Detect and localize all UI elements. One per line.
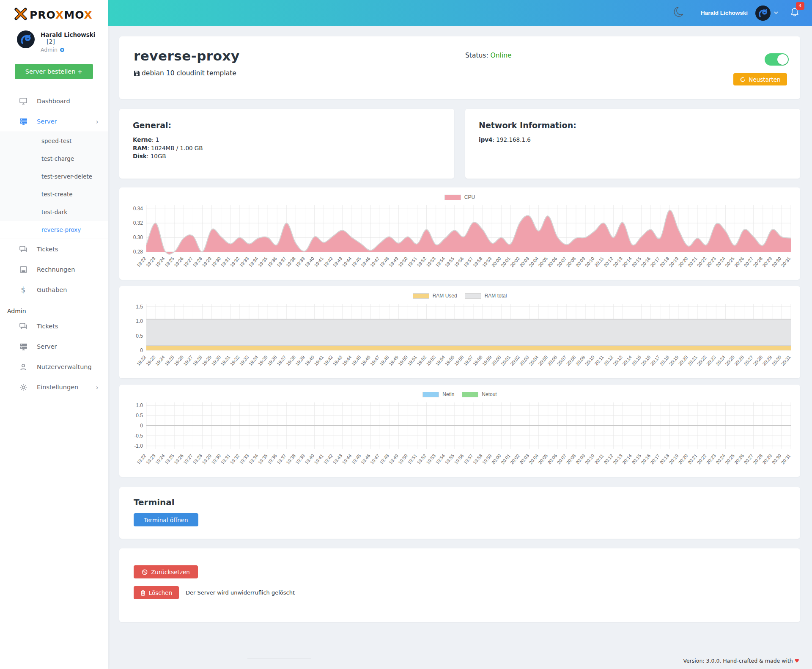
svg-text:20:02: 20:02 bbox=[509, 355, 521, 367]
svg-text:20:27: 20:27 bbox=[743, 256, 754, 268]
sidebar-item-guthaben[interactable]: $ Guthaben bbox=[0, 280, 108, 300]
svg-text:19:32: 19:32 bbox=[229, 355, 241, 367]
proxmox-logo[interactable]: PROXMOX bbox=[0, 0, 108, 21]
general-ram-row: RAM: 1024MB / 1.00 GB bbox=[133, 144, 441, 153]
svg-text:19:36: 19:36 bbox=[266, 355, 278, 367]
sidebar-item-nutzerverwaltung[interactable]: Nutzerverwaltung bbox=[0, 357, 108, 377]
ram-chart-card: RAM UsedRAM total 1.51.00.5019:2219:2319… bbox=[119, 286, 800, 378]
sidebar-subitem-test-charge[interactable]: test-charge bbox=[0, 150, 108, 168]
svg-text:0: 0 bbox=[140, 423, 143, 429]
topbar-user-name: Harald Lichowski bbox=[701, 10, 748, 16]
legend-item-cpu[interactable]: CPU bbox=[444, 194, 475, 200]
svg-text:20:13: 20:13 bbox=[612, 355, 623, 367]
svg-text:20:25: 20:25 bbox=[724, 453, 735, 465]
svg-text:19:45: 19:45 bbox=[351, 453, 362, 465]
svg-text:19:41: 19:41 bbox=[313, 355, 324, 367]
svg-text:20:16: 20:16 bbox=[640, 355, 651, 367]
topbar-user-menu[interactable] bbox=[755, 6, 778, 21]
sidebar-item-server[interactable]: Server › bbox=[0, 111, 108, 132]
svg-text:20:22: 20:22 bbox=[696, 453, 708, 465]
svg-text:20:01: 20:01 bbox=[500, 355, 511, 367]
svg-text:20:05: 20:05 bbox=[537, 355, 549, 367]
server-template-line: debian 10 cloudinit template bbox=[134, 69, 786, 77]
svg-text:19:23: 19:23 bbox=[145, 453, 156, 465]
svg-text:19:49: 19:49 bbox=[388, 453, 399, 465]
svg-text:19:33: 19:33 bbox=[239, 355, 250, 367]
svg-text:19:33: 19:33 bbox=[239, 256, 250, 268]
svg-text:20:22: 20:22 bbox=[696, 256, 708, 268]
tickets-icon bbox=[19, 245, 27, 253]
sidebar-item-admin-tickets[interactable]: Tickets bbox=[0, 316, 108, 336]
order-server-button[interactable]: Server bestellen + bbox=[15, 64, 93, 79]
sidebar-item-label: Tickets bbox=[37, 246, 58, 253]
dark-mode-moon-icon[interactable] bbox=[674, 6, 685, 20]
svg-text:20:18: 20:18 bbox=[659, 355, 670, 367]
svg-text:19:28: 19:28 bbox=[192, 355, 203, 367]
reset-button[interactable]: Zurücksetzen bbox=[134, 565, 198, 578]
svg-text:20:20: 20:20 bbox=[678, 355, 689, 367]
sidebar-subitem-test-create[interactable]: test-create bbox=[0, 185, 108, 203]
delete-button[interactable]: Löschen bbox=[134, 586, 179, 599]
legend-label: RAM total bbox=[485, 293, 507, 299]
legend-item-netout[interactable]: Netout bbox=[462, 391, 497, 397]
sidebar-nav: Dashboard Server › speed-test test-charg… bbox=[0, 91, 108, 397]
svg-text:19:46: 19:46 bbox=[360, 256, 371, 268]
sidebar-item-admin-server[interactable]: Server bbox=[0, 336, 108, 357]
legend-item-ram-total[interactable]: RAM total bbox=[465, 293, 507, 299]
svg-text:19:24: 19:24 bbox=[154, 453, 166, 465]
notifications-bell[interactable]: 4 bbox=[790, 7, 799, 19]
legend-item-ram-used[interactable]: RAM Used bbox=[413, 293, 457, 299]
legend-label: Netin bbox=[442, 391, 454, 397]
svg-text:20:09: 20:09 bbox=[575, 355, 586, 367]
sidebar-subitem-test-dark[interactable]: test-dark bbox=[0, 203, 108, 221]
svg-text:-1.0: -1.0 bbox=[134, 443, 143, 449]
legend-item-netin[interactable]: Netin bbox=[422, 391, 454, 397]
svg-text:20:23: 20:23 bbox=[705, 256, 717, 268]
sidebar-subitem-test-server-delete[interactable]: test-server-delete bbox=[0, 168, 108, 185]
sidebar-item-einstellungen[interactable]: Einstellungen › bbox=[0, 377, 108, 397]
svg-text:19:51: 19:51 bbox=[406, 256, 418, 268]
svg-text:20:03: 20:03 bbox=[518, 355, 530, 367]
open-terminal-button[interactable]: Terminal öffnen bbox=[134, 513, 198, 526]
network-info-card: Network Information: ipv4: 192.168.1.6 bbox=[465, 109, 800, 179]
server-icon bbox=[19, 343, 27, 350]
svg-text:19:26: 19:26 bbox=[173, 453, 184, 465]
svg-text:20:06: 20:06 bbox=[546, 355, 558, 367]
sidebar-subitem-speed-test[interactable]: speed-test bbox=[0, 132, 108, 150]
svg-text:20:07: 20:07 bbox=[556, 256, 568, 268]
general-disk-row: Disk: 10GB bbox=[133, 152, 441, 161]
svg-text:20:01: 20:01 bbox=[500, 256, 511, 268]
restart-icon bbox=[740, 77, 746, 83]
sidebar-subitem-reverse-proxy[interactable]: reverse-proxy bbox=[0, 221, 108, 239]
svg-text:19:30: 19:30 bbox=[210, 453, 222, 465]
svg-text:19:46: 19:46 bbox=[360, 355, 371, 367]
sidebar-item-dashboard[interactable]: Dashboard bbox=[0, 91, 108, 111]
svg-text:19:29: 19:29 bbox=[201, 355, 212, 367]
svg-text:20:17: 20:17 bbox=[649, 453, 661, 465]
svg-text:0.5: 0.5 bbox=[136, 333, 143, 339]
sidebar-item-rechnungen[interactable]: Rechnungen bbox=[0, 259, 108, 280]
sidebar-item-tickets[interactable]: Tickets bbox=[0, 239, 108, 259]
svg-text:20:11: 20:11 bbox=[593, 355, 604, 366]
svg-text:20:19: 20:19 bbox=[668, 256, 680, 268]
delete-warning-text: Der Server wird unwiderruflich gelöscht bbox=[186, 589, 295, 596]
svg-text:19:25: 19:25 bbox=[164, 453, 175, 465]
sidebar-user-chip[interactable]: Harald Lichowski [2] Admin bbox=[0, 21, 108, 53]
svg-text:19:22: 19:22 bbox=[136, 453, 147, 465]
svg-text:20:19: 20:19 bbox=[668, 453, 680, 465]
svg-text:19:57: 19:57 bbox=[463, 256, 474, 268]
terminal-card: Terminal Terminal öffnen bbox=[119, 487, 800, 539]
svg-text:20:26: 20:26 bbox=[733, 256, 745, 268]
svg-text:20:19: 20:19 bbox=[668, 355, 680, 367]
dollar-icon: $ bbox=[19, 286, 27, 294]
network-chart-legend: NetinNetout bbox=[126, 390, 793, 399]
power-toggle-knob bbox=[777, 54, 788, 65]
svg-text:19:52: 19:52 bbox=[416, 355, 427, 367]
svg-text:19:22: 19:22 bbox=[136, 256, 147, 268]
restart-label: Neustarten bbox=[749, 76, 780, 83]
svg-text:19:44: 19:44 bbox=[341, 256, 353, 268]
svg-text:0.30: 0.30 bbox=[133, 234, 143, 240]
restart-button[interactable]: Neustarten bbox=[733, 73, 787, 85]
svg-text:19:38: 19:38 bbox=[285, 256, 296, 268]
power-toggle[interactable] bbox=[765, 53, 789, 66]
